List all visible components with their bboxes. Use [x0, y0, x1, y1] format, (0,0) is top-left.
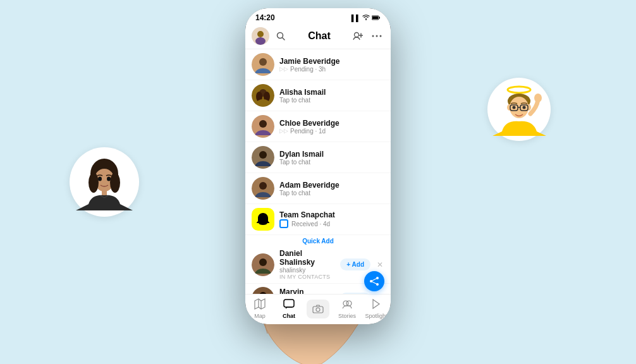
avatar-jamie-image — [252, 53, 274, 76]
chat-item-adam[interactable]: Adam Beveridge Tap to chat — [245, 173, 391, 204]
nav-item-chat[interactable]: Chat — [274, 298, 303, 319]
stories-nav-icon — [341, 298, 353, 310]
header-title: Chat — [308, 30, 331, 42]
chat-info-chloe: Chloe Beveridge ▷▷ Pending · 1d — [279, 119, 384, 135]
chat-sub-chloe: ▷▷ Pending · 1d — [279, 128, 384, 135]
phone-frame: 14:20 ▌▌ — [245, 8, 391, 324]
nav-item-camera[interactable] — [303, 300, 333, 318]
stories-icon — [341, 298, 353, 312]
user-avatar-image — [252, 27, 269, 45]
bottom-nav: Map Chat — [245, 294, 391, 324]
svg-point-5 — [98, 177, 102, 181]
avatar-marvin — [252, 287, 274, 294]
status-bar: 14:20 ▌▌ — [245, 8, 391, 25]
more-icon — [372, 35, 382, 37]
svg-point-6 — [107, 177, 111, 181]
search-button[interactable] — [273, 28, 288, 44]
avatar-adam — [252, 177, 274, 200]
map-icon — [254, 298, 266, 312]
svg-marker-69 — [373, 300, 379, 308]
pending-arrow-icon: ▷▷ — [279, 66, 288, 72]
bitmoji-left-image — [76, 154, 133, 210]
quick-add-info-marvin: Marvin mlagunsod IN MY CONTACTS — [279, 288, 335, 294]
svg-line-27 — [283, 38, 285, 40]
chat-item-dylan[interactable]: Dylan Ismail Tap to chat — [245, 142, 391, 173]
chat-icon — [283, 298, 295, 312]
avatar-marvin-image — [252, 287, 274, 294]
dismiss-button-daniel[interactable]: ✕ — [376, 260, 384, 269]
camera-button[interactable] — [307, 300, 329, 318]
chat-item-alisha[interactable]: Alisha Ismail Tap to chat — [245, 80, 391, 111]
bitmoji-avatar-right — [487, 78, 551, 141]
avatar-daniel — [252, 253, 274, 276]
bitmoji-right-image — [492, 82, 546, 136]
chat-sub-adam: Tap to chat — [279, 190, 384, 197]
share-fab-button[interactable] — [364, 271, 384, 291]
svg-point-43 — [259, 151, 267, 159]
svg-rect-21 — [372, 16, 378, 19]
avatar-team-snapchat — [252, 208, 274, 231]
svg-point-47 — [259, 258, 267, 266]
chat-info-adam: Adam Beveridge Tap to chat — [279, 181, 384, 197]
share-icon — [369, 276, 379, 286]
quick-add-info-daniel: Daniel Shalinsky shalinsky IN MY CONTACT… — [279, 249, 335, 280]
svg-point-66 — [316, 308, 320, 312]
add-friend-button[interactable] — [350, 28, 365, 44]
chat-name-team-snapchat: Team Snapchat — [279, 210, 384, 219]
phone-with-hand: 14:20 ▌▌ — [223, 5, 413, 359]
chat-item-team-snapchat[interactable]: Team Snapchat Received · 4d — [245, 204, 391, 235]
chat-sub-dylan: Tap to chat — [279, 159, 384, 166]
svg-line-59 — [371, 278, 377, 281]
received-badge-icon — [279, 219, 288, 228]
avatar-alisha-image — [252, 84, 274, 107]
avatar-chloe-image — [252, 115, 274, 138]
nav-item-stories[interactable]: Stories — [333, 298, 362, 319]
chat-sub-team-snapchat: Received · 4d — [279, 219, 384, 228]
avatar-daniel-image — [252, 253, 274, 276]
svg-point-25 — [255, 37, 266, 45]
quick-add-name-marvin: Marvin — [279, 288, 335, 294]
nav-item-map[interactable]: Map — [245, 298, 274, 319]
svg-marker-61 — [255, 299, 265, 309]
svg-point-3 — [89, 173, 99, 193]
avatar-chloe — [252, 115, 274, 138]
svg-point-35 — [259, 58, 267, 66]
svg-point-41 — [259, 120, 267, 128]
svg-point-45 — [259, 182, 267, 190]
chat-nav-label: Chat — [283, 313, 295, 319]
svg-point-4 — [110, 173, 120, 193]
chat-name-chloe: Chloe Beveridge — [279, 119, 384, 128]
chat-sub-alisha: Tap to chat — [279, 97, 384, 104]
stories-nav-label: Stories — [338, 313, 356, 319]
svg-point-33 — [380, 35, 382, 37]
more-button[interactable] — [369, 28, 384, 44]
avatar-alisha — [252, 84, 274, 107]
quick-add-username-daniel: shalinsky — [279, 267, 335, 274]
chat-name-alisha: Alisha Ismail — [279, 88, 384, 97]
map-nav-icon — [254, 298, 266, 310]
avatar-jamie — [252, 53, 274, 76]
phone-screen: 14:20 ▌▌ — [245, 8, 391, 324]
avatar-adam-image — [252, 177, 274, 200]
avatar-dylan-image — [252, 146, 274, 169]
svg-point-68 — [346, 301, 352, 306]
chat-info-jamie: Jamie Beveridge ▷▷ Pending · 3h — [279, 57, 384, 73]
svg-point-31 — [372, 35, 374, 37]
snapchat-ghost-icon — [255, 211, 271, 228]
status-icons: ▌▌ — [352, 14, 381, 21]
signal-icon: ▌▌ — [352, 15, 360, 21]
chat-info-dylan: Dylan Ismail Tap to chat — [279, 150, 384, 166]
status-time: 14:20 — [255, 13, 275, 22]
search-icon — [276, 32, 285, 40]
chat-item-jamie[interactable]: Jamie Beveridge ▷▷ Pending · 3h — [245, 49, 391, 80]
chat-list[interactable]: Jamie Beveridge ▷▷ Pending · 3h — [245, 49, 391, 294]
header-right — [350, 28, 384, 44]
svg-point-32 — [376, 35, 378, 37]
chat-info-team-snapchat: Team Snapchat Received · 4d — [279, 210, 384, 228]
svg-rect-64 — [284, 300, 294, 307]
svg-line-60 — [371, 281, 377, 284]
avatar-dylan — [252, 146, 274, 169]
user-avatar[interactable] — [252, 27, 269, 45]
chat-item-chloe[interactable]: Chloe Beveridge ▷▷ Pending · 1d — [245, 111, 391, 142]
add-button-daniel[interactable]: + Add — [340, 258, 370, 270]
